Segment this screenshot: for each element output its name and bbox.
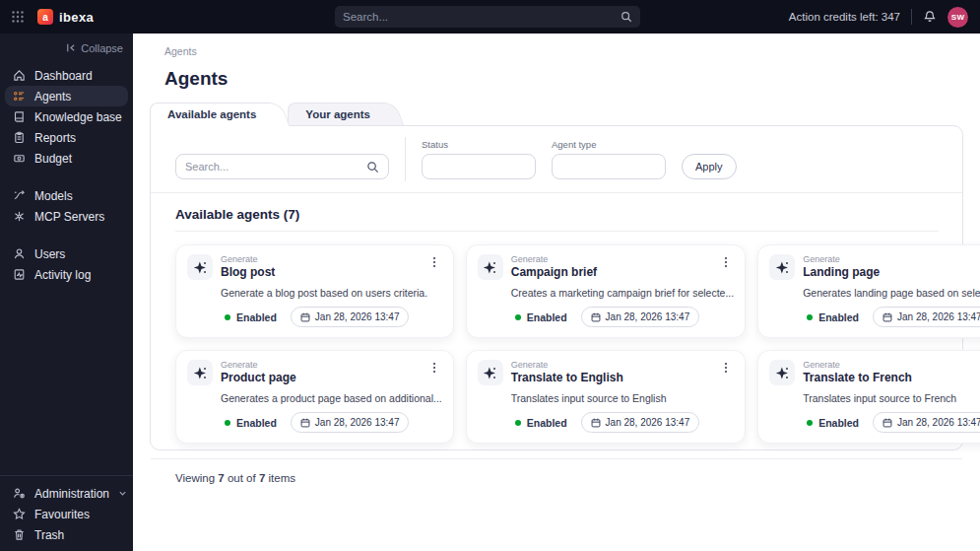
ibexa-logo-text: ibexa: [59, 10, 94, 25]
card-title: Product page: [221, 371, 296, 384]
status-dot: [225, 420, 230, 426]
agents-panel: Status Agent type Apply Available agents…: [150, 125, 963, 450]
topbar: a ibexa Action credits left: 347 SW: [0, 0, 980, 34]
notifications-bell-icon[interactable]: [923, 10, 937, 24]
ibexa-logo-mark: a: [37, 9, 53, 25]
agent-type-select[interactable]: [552, 154, 666, 179]
card-description: Generate a blog post based on users crit…: [221, 287, 442, 299]
sidebar-item-budget[interactable]: Budget: [0, 148, 133, 169]
agent-card-product-page[interactable]: Generate Product page Generates a produc…: [175, 350, 454, 444]
card-title: Campaign brief: [511, 265, 597, 279]
user-avatar[interactable]: SW: [947, 7, 968, 28]
agent-card-campaign-brief[interactable]: Generate Campaign brief Creates a market…: [466, 244, 746, 338]
calendar-icon: [882, 312, 892, 322]
agents-search-input[interactable]: [185, 161, 366, 172]
card-description: Translates input source to English: [511, 392, 734, 404]
calendar-icon: [882, 418, 892, 428]
calendar-icon: [591, 312, 601, 322]
sidebar-item-agents[interactable]: Agents: [5, 86, 128, 106]
apply-button[interactable]: Apply: [682, 154, 737, 179]
card-description: Generates a product page based on additi…: [221, 392, 442, 404]
card-menu-button[interactable]: [718, 360, 734, 376]
sidebar-item-administration[interactable]: Administration: [0, 483, 133, 504]
user-icon: [12, 247, 26, 260]
panel-divider: [151, 192, 962, 193]
agents-search[interactable]: [175, 154, 389, 179]
network-icon: [12, 210, 26, 223]
models-icon: [12, 189, 26, 202]
tab-available-agents[interactable]: Available agents: [150, 103, 270, 126]
sidebar-divider: [0, 475, 133, 476]
status-badge: Enabled: [527, 311, 567, 323]
clipboard-icon: [12, 131, 26, 144]
search-icon: [621, 11, 632, 23]
calendar-icon: [591, 418, 601, 428]
status-badge: Enabled: [236, 417, 277, 429]
topbar-divider: [911, 9, 912, 25]
section-divider: [175, 231, 939, 232]
card-title: Blog post: [221, 265, 275, 279]
collapse-label: Collapse: [81, 42, 123, 54]
sparkle-icon: [187, 360, 213, 385]
agent-card-landing-page[interactable]: Generate Landing page Generates landing …: [757, 244, 980, 338]
agent-card-blog-post[interactable]: Generate Blog post Generate a blog post …: [175, 244, 454, 338]
section-title: Available agents (7): [175, 207, 939, 222]
card-category: Generate: [221, 360, 296, 370]
tabs: Available agents Your agents: [150, 103, 963, 126]
sidebar-item-favourites[interactable]: Favourites: [0, 504, 133, 524]
action-credits-label: Action credits left: 347: [789, 11, 900, 23]
sidebar-item-trash[interactable]: Trash: [0, 524, 133, 545]
agent-card-translate-to-english[interactable]: Generate Translate to English Translates…: [466, 350, 746, 444]
sidebar-item-knowledge-base[interactable]: Knowledge base: [0, 106, 133, 127]
card-description: Creates a marketing campaign brief for s…: [511, 287, 734, 299]
card-category: Generate: [511, 360, 623, 370]
main-content: Agents Agents Available agents Your agen…: [133, 34, 980, 551]
collapse-icon: [65, 42, 76, 55]
sidebar-item-activity-log[interactable]: Activity log: [0, 264, 133, 285]
tab-your-agents[interactable]: Your agents: [288, 103, 384, 126]
filters-bar: Status Agent type Apply: [151, 126, 962, 192]
status-dot: [807, 314, 813, 320]
agents-icon: [12, 90, 26, 103]
sidebar-item-mcp-servers[interactable]: MCP Servers: [0, 206, 133, 227]
global-search-input[interactable]: [343, 11, 621, 23]
global-search[interactable]: [335, 6, 640, 28]
sparkle-icon: [769, 360, 795, 385]
viewing-summary: Viewing 7 out of 7 items: [151, 459, 962, 484]
page-title: Agents: [164, 68, 963, 90]
app-grid-icon[interactable]: [11, 10, 25, 24]
card-menu-button[interactable]: [718, 254, 734, 270]
agent-type-label: Agent type: [552, 139, 666, 150]
date-pill[interactable]: Jan 28, 2026 13:47: [581, 307, 700, 327]
chevron-down-icon: [118, 489, 127, 498]
sidebar-item-dashboard[interactable]: Dashboard: [0, 65, 133, 86]
admin-icon: [12, 487, 26, 500]
total-count: 7: [259, 472, 265, 484]
home-icon: [12, 69, 26, 82]
date-pill[interactable]: Jan 28, 2026 13:47: [581, 412, 700, 433]
agent-card-translate-to-french[interactable]: Generate Translate to French Translates …: [757, 350, 980, 444]
card-title: Landing page: [803, 265, 880, 279]
date-pill[interactable]: Jan 28, 2026 13:47: [873, 412, 980, 433]
status-select[interactable]: [422, 154, 536, 179]
date-pill[interactable]: Jan 28, 2026 13:47: [291, 412, 410, 433]
activity-icon: [12, 268, 26, 281]
sparkle-icon: [187, 254, 213, 280]
sparkle-icon: [478, 254, 503, 280]
ibexa-logo[interactable]: a ibexa: [37, 9, 94, 25]
sidebar-item-models[interactable]: Models: [0, 185, 133, 206]
status-badge: Enabled: [818, 311, 859, 323]
date-pill[interactable]: Jan 28, 2026 13:47: [873, 307, 980, 327]
card-menu-button[interactable]: [426, 360, 442, 376]
calendar-icon: [300, 418, 310, 428]
card-menu-button[interactable]: [426, 254, 442, 270]
breadcrumb[interactable]: Agents: [164, 45, 963, 57]
sparkle-icon: [478, 360, 503, 385]
sparkle-icon: [769, 254, 795, 280]
star-icon: [12, 508, 26, 520]
sidebar-item-users[interactable]: Users: [0, 243, 133, 264]
sidebar-collapse-button[interactable]: Collapse: [0, 34, 133, 57]
status-dot: [807, 420, 813, 426]
sidebar-item-reports[interactable]: Reports: [0, 127, 133, 148]
date-pill[interactable]: Jan 28, 2026 13:47: [291, 307, 410, 327]
